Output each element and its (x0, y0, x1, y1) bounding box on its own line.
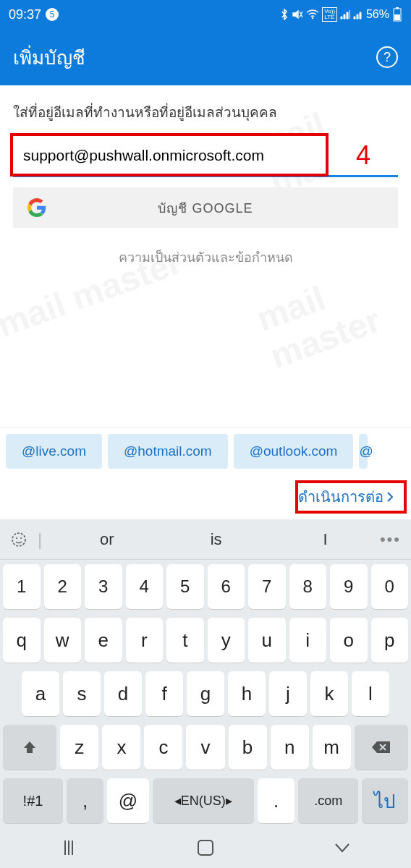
key-3[interactable]: 3 (85, 564, 122, 609)
key-e[interactable]: e (85, 618, 122, 663)
key-j[interactable]: j (269, 671, 307, 716)
key-r[interactable]: r (126, 618, 164, 663)
email-suggestion-row: @live.com @hotmail.com @outlook.com @ (0, 427, 411, 475)
google-button-label: บัญชี GOOGLE (158, 197, 253, 218)
language-key[interactable]: ◂ EN(US) ▸ (153, 778, 254, 823)
bluetooth-icon (280, 9, 289, 20)
continue-label: ดำเนินการต่อ (298, 485, 384, 509)
language-label: EN(US) (181, 793, 226, 809)
emoji-toggle-icon[interactable] (10, 531, 27, 548)
dot-key[interactable]: . (258, 778, 295, 823)
prediction-word[interactable]: is (161, 530, 271, 549)
system-nav-bar (0, 827, 411, 868)
svg-point-4 (12, 533, 25, 546)
signal2-icon (353, 9, 363, 20)
key-9[interactable]: 9 (330, 564, 368, 609)
key-p[interactable]: p (371, 618, 409, 663)
key-a[interactable]: a (22, 671, 59, 716)
key-4[interactable]: 4 (126, 564, 164, 609)
prediction-word[interactable]: I (271, 530, 380, 549)
privacy-link[interactable]: ความเป็นส่วนตัวและข้อกำหนด (13, 247, 398, 268)
status-icons: Vo))LTE 56% (280, 7, 402, 22)
svg-rect-2 (396, 7, 399, 9)
key-8[interactable]: 8 (289, 564, 327, 609)
key-f[interactable]: f (145, 671, 183, 716)
symbols-key[interactable]: !#1 (3, 778, 63, 823)
svg-point-5 (16, 537, 17, 539)
key-b[interactable]: b (229, 725, 267, 770)
key-n[interactable]: n (271, 725, 309, 770)
google-icon (27, 198, 46, 217)
notification-count-badge: 5 (46, 8, 59, 21)
key-o[interactable]: o (330, 618, 368, 663)
go-key[interactable]: ไป (362, 778, 408, 823)
key-k[interactable]: k (310, 671, 348, 716)
recents-button[interactable] (59, 838, 79, 858)
continue-row: ดำเนินการต่อ (0, 475, 411, 519)
input-underline (13, 175, 398, 177)
more-icon[interactable]: ••• (380, 530, 401, 549)
key-t[interactable]: t (166, 618, 204, 663)
suggestion-chip[interactable]: @hotmail.com (108, 434, 228, 469)
email-input[interactable] (13, 136, 398, 175)
svg-rect-3 (394, 14, 400, 20)
prompt-text: ใส่ที่อยู่อีเมลที่ทำงานหรือที่อยู่อีเมลส… (13, 101, 398, 123)
key-l[interactable]: l (352, 671, 389, 716)
mute-icon (292, 9, 303, 20)
battery-percent: 56% (366, 8, 389, 21)
help-button[interactable]: ? (376, 46, 398, 68)
content-area: mail master mail master mail master ใส่ท… (0, 85, 411, 427)
signal-icon (340, 9, 350, 20)
key-v[interactable]: v (186, 725, 224, 770)
key-i[interactable]: i (289, 618, 327, 663)
key-s[interactable]: s (63, 671, 101, 716)
at-key[interactable]: @ (107, 778, 148, 823)
key-6[interactable]: 6 (208, 564, 245, 609)
key-d[interactable]: d (104, 671, 142, 716)
soft-keyboard: | or is I ••• 1 2 3 4 5 6 7 8 9 0 q w e … (0, 519, 411, 827)
comma-key[interactable]: , (67, 778, 103, 823)
svg-point-6 (20, 537, 22, 539)
key-y[interactable]: y (208, 618, 245, 663)
key-u[interactable]: u (248, 618, 286, 663)
back-button[interactable] (332, 838, 352, 858)
key-m[interactable]: m (313, 725, 351, 770)
continue-button[interactable]: ดำเนินการต่อ (288, 480, 404, 514)
prediction-word[interactable]: or (52, 530, 161, 549)
battery-icon (392, 7, 402, 22)
volte-icon: Vo))LTE (322, 7, 337, 22)
svg-point-0 (312, 17, 313, 19)
chevron-right-icon (386, 491, 394, 503)
suggestion-chip[interactable]: @outlook.com (234, 434, 354, 469)
status-time: 09:37 (9, 7, 41, 22)
key-0[interactable]: 0 (371, 564, 409, 609)
key-z[interactable]: z (60, 725, 98, 770)
dotcom-key[interactable]: .com (298, 778, 358, 823)
prediction-row: | or is I ••• (0, 519, 411, 560)
key-1[interactable]: 1 (3, 564, 41, 609)
key-x[interactable]: x (102, 725, 140, 770)
status-bar: 09:37 5 Vo))LTE 56% (0, 0, 411, 29)
home-button[interactable] (195, 838, 216, 858)
wifi-icon (306, 9, 319, 20)
key-c[interactable]: c (144, 725, 182, 770)
key-w[interactable]: w (44, 618, 82, 663)
annotation-number: 4 (356, 140, 370, 171)
key-5[interactable]: 5 (166, 564, 204, 609)
key-7[interactable]: 7 (248, 564, 286, 609)
key-2[interactable]: 2 (44, 564, 82, 609)
key-g[interactable]: g (187, 671, 224, 716)
key-h[interactable]: h (228, 671, 266, 716)
suggestion-chip[interactable]: @ (359, 434, 368, 469)
google-account-button[interactable]: บัญชี GOOGLE (13, 187, 398, 228)
page-title: เพิ่มบัญชี (13, 43, 85, 72)
suggestion-chip[interactable]: @live.com (6, 434, 102, 469)
backspace-key[interactable] (355, 725, 408, 770)
key-q[interactable]: q (3, 618, 41, 663)
shift-key[interactable] (3, 725, 56, 770)
app-bar: เพิ่มบัญชี ? (0, 29, 411, 85)
